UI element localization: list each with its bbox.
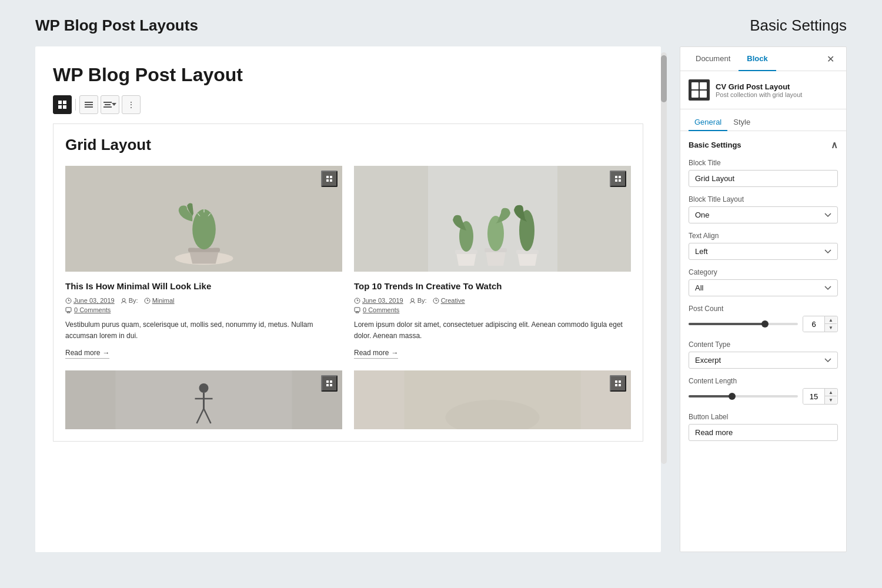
field-group-block-title: Block Title — [689, 159, 838, 187]
more-options-button[interactable]: ⋮ — [122, 95, 141, 114]
post-comments-link-2[interactable]: 0 Comments — [363, 306, 399, 313]
svg-rect-47 — [355, 308, 360, 312]
tab-block[interactable]: Block — [739, 47, 776, 71]
svg-rect-48 — [326, 380, 329, 383]
panel-tabs: Document Block ✕ — [680, 47, 846, 71]
block-title-input[interactable] — [689, 170, 838, 187]
svg-rect-49 — [330, 380, 332, 383]
svg-rect-6 — [85, 106, 93, 108]
svg-rect-30 — [619, 176, 621, 178]
svg-rect-4 — [85, 102, 93, 103]
bottom-image-2 — [354, 370, 631, 429]
align-button[interactable] — [101, 95, 119, 114]
field-group-text-align: Text Align Left Center Right — [689, 232, 838, 260]
post-excerpt-2: Lorem ipsum dolor sit amet, consectetuer… — [354, 319, 631, 342]
button-label-input[interactable] — [689, 424, 838, 441]
tab-document[interactable]: Document — [687, 47, 739, 71]
svg-rect-29 — [615, 176, 617, 178]
post-author-label-2: By: — [417, 297, 427, 304]
list-view-button[interactable] — [79, 95, 98, 114]
post-image-btn-2[interactable] — [610, 171, 626, 187]
sub-tabs: General Style — [680, 109, 846, 131]
svg-rect-59 — [619, 380, 621, 383]
settings-section-title: Basic Settings — [689, 141, 741, 149]
post-date-2[interactable]: June 03, 2019 — [362, 297, 403, 304]
settings-header: Basic Settings ∧ — [689, 139, 838, 151]
post-meta-2: June 03, 2019 By: Creative — [354, 297, 631, 304]
post-card-bottom-1 — [65, 370, 342, 429]
post-count-input[interactable] — [803, 316, 824, 332]
post-count-spinners: ▲ ▼ — [824, 316, 837, 332]
post-count-up[interactable]: ▲ — [825, 316, 837, 324]
grid-view-button[interactable] — [53, 95, 72, 114]
post-category-2[interactable]: Creative — [441, 297, 465, 304]
content-length-input-wrapper: ▲ ▼ — [803, 388, 838, 405]
post-image-btn-1[interactable] — [321, 171, 338, 187]
bottom-image-1 — [65, 370, 342, 429]
settings-title: Basic Settings — [750, 16, 847, 35]
content-length-up[interactable]: ▲ — [825, 389, 837, 396]
svg-rect-12 — [326, 179, 329, 182]
settings-section: Basic Settings ∧ Block Title Block Title… — [680, 131, 846, 552]
svg-rect-7 — [103, 102, 112, 103]
svg-rect-5 — [85, 104, 93, 105]
collapse-button[interactable]: ∧ — [831, 139, 838, 151]
svg-rect-13 — [330, 179, 332, 182]
svg-rect-50 — [326, 384, 329, 386]
blog-content: Grid Layout — [53, 123, 643, 442]
block-toolbar: ⋮ — [53, 95, 643, 114]
block-info-name: CV Grid Post Layout — [716, 82, 802, 91]
svg-rect-10 — [326, 176, 329, 178]
svg-rect-2 — [58, 105, 62, 109]
svg-rect-61 — [619, 384, 621, 386]
panel-close-button[interactable]: ✕ — [822, 49, 839, 69]
field-group-category: Category All Minimal Creative — [689, 268, 838, 296]
title-layout-select[interactable]: One Two Three — [689, 206, 838, 223]
bottom-image-btn-1[interactable] — [321, 375, 338, 392]
post-card-1: This Is How Minimal Will Look Like June … — [65, 166, 342, 359]
content-length-row: ▲ ▼ — [689, 388, 838, 405]
more-icon: ⋮ — [127, 100, 135, 109]
category-select[interactable]: All Minimal Creative — [689, 279, 838, 296]
post-read-more-2[interactable]: Read more → — [354, 349, 398, 359]
svg-rect-9 — [103, 106, 112, 108]
sub-tab-style[interactable]: Style — [727, 114, 756, 131]
svg-rect-31 — [615, 179, 617, 182]
svg-point-53 — [199, 383, 209, 393]
toolbar-separator — [75, 99, 76, 111]
post-image-1 — [65, 166, 342, 272]
page-title: WP Blog Post Layouts — [35, 16, 198, 35]
post-meta-1: June 03, 2019 By: Minimal — [65, 297, 342, 304]
button-label-label: Button Label — [689, 413, 838, 421]
post-category-1[interactable]: Minimal — [152, 297, 175, 304]
post-date-1[interactable]: June 03, 2019 — [74, 297, 115, 304]
content-type-select[interactable]: Excerpt Full — [689, 352, 838, 369]
post-count-down[interactable]: ▼ — [825, 324, 837, 332]
post-comments-2: 0 Comments — [354, 306, 631, 313]
content-length-spinners: ▲ ▼ — [824, 389, 837, 404]
sub-tab-general[interactable]: General — [689, 114, 727, 131]
block-info-desc: Post collection with grid layout — [716, 91, 802, 98]
post-comments-link-1[interactable]: 0 Comments — [74, 306, 111, 313]
field-group-title-layout: Block Title Layout One Two Three — [689, 195, 838, 223]
block-info-text: CV Grid Post Layout Post collection with… — [716, 82, 802, 98]
content-length-down[interactable]: ▼ — [825, 396, 837, 404]
bottom-image-btn-2[interactable] — [610, 375, 626, 392]
content-length-slider-container[interactable] — [689, 395, 798, 397]
svg-point-43 — [411, 298, 414, 301]
svg-rect-8 — [105, 104, 111, 105]
content-length-slider[interactable] — [689, 395, 798, 397]
text-align-select[interactable]: Left Center Right — [689, 243, 838, 260]
content-length-input[interactable] — [803, 389, 824, 404]
svg-point-24 — [122, 298, 125, 301]
post-excerpt-1: Vestibulum purus quam, scelerisque ut, m… — [65, 319, 342, 342]
post-comments-1: 0 Comments — [65, 306, 342, 313]
post-read-more-1[interactable]: Read more → — [65, 349, 109, 359]
scroll-indicator — [661, 46, 670, 552]
block-info: CV Grid Post Layout Post collection with… — [680, 71, 846, 109]
post-count-slider[interactable] — [689, 323, 798, 325]
post-count-row: ▲ ▼ — [689, 316, 838, 332]
post-card-bottom-2 — [354, 370, 631, 429]
content-length-label: Content Length — [689, 377, 838, 385]
post-count-slider-container[interactable] — [689, 323, 798, 325]
